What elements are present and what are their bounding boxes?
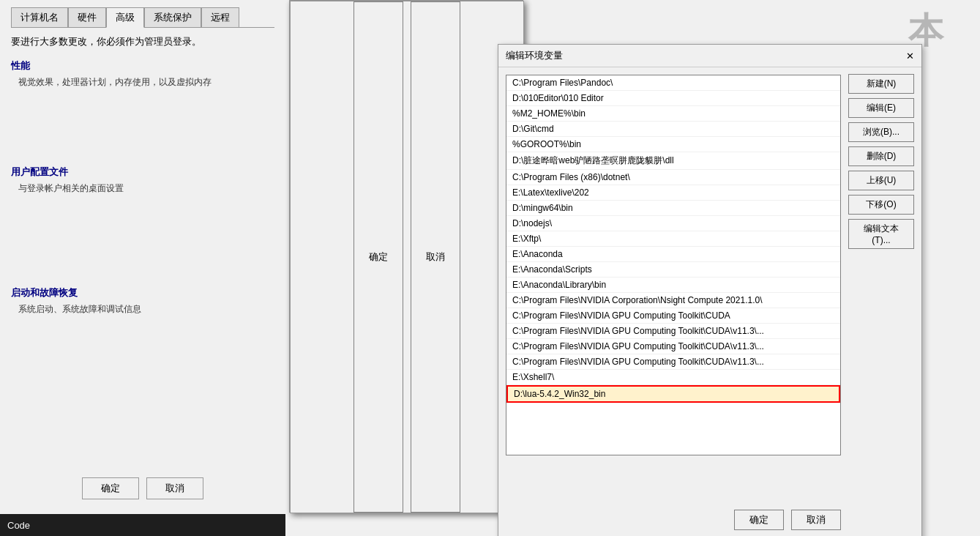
env-cancel-button[interactable]: 取消 [411, 1, 460, 513]
tab-computer-name[interactable]: 计算机名 [11, 7, 68, 27]
performance-title: 性能 [11, 59, 274, 72]
edit-dialog-action-btn[interactable]: 上移(U) [848, 171, 914, 190]
tab-system-protection[interactable]: 系统保护 [144, 7, 201, 27]
edit-dialog-action-btn[interactable]: 浏览(B)... [848, 122, 914, 142]
startup-title: 启动和故障恢复 [11, 286, 274, 299]
path-list-item[interactable]: C:\Program Files\NVIDIA GPU Computing To… [506, 324, 840, 339]
path-list-item[interactable]: C:\Program Files\NVIDIA GPU Computing To… [506, 308, 840, 324]
path-list-item[interactable]: C:\Program Files (x86)\dotnet\ [506, 170, 840, 185]
path-list-item[interactable]: E:\Xshell7\ [506, 370, 840, 385]
edit-dialog-action-btn[interactable]: 下移(O) [848, 195, 914, 215]
path-list-item[interactable]: E:\Xftp\ [506, 231, 840, 247]
path-list-item[interactable]: %M2_HOME%\bin [506, 106, 840, 122]
path-list-item[interactable]: %GOROOT%\bin [506, 137, 840, 152]
ok-button[interactable]: 确定 [82, 477, 139, 499]
performance-desc: 视觉效果，处理器计划，内存使用，以及虚拟内存 [18, 76, 274, 89]
edit-env-dialog: 编辑环境变量 ✕ C:\Program Files\Pandoc\D:\010E… [498, 44, 922, 536]
code-bar: Code [0, 514, 285, 536]
path-list-item[interactable]: E:\Anaconda [506, 247, 840, 262]
path-list-item[interactable]: D:\010Editor\010 Editor [506, 91, 840, 106]
path-list-item[interactable]: D:\Git\cmd [506, 122, 840, 137]
edit-dialog-title-label: 编辑环境变量 [506, 49, 563, 62]
system-properties-panel: 计算机名 硬件 高级 系统保护 远程 要进行大多数更改，你必须作为管理员登录。 … [0, 0, 285, 536]
path-list-item[interactable]: C:\Program Files\NVIDIA GPU Computing To… [506, 354, 840, 370]
edit-dialog-action-btn[interactable]: 删除(D) [848, 146, 914, 166]
code-label: Code [7, 520, 30, 531]
edit-dialog-action-btn[interactable]: 编辑文本(T)... [848, 219, 914, 249]
path-list-item[interactable]: D:\脏途晔暗web驴陋路垄暝胼鹿陇貘胼\dll [506, 152, 840, 170]
env-variables-dialog: 环境变量 ✕ thr 的用户变量(U) 变量 值 GRADLE_HOMEE:\G… [289, 0, 523, 513]
warning-text: 要进行大多数更改，你必须作为管理员登录。 [11, 35, 274, 48]
path-list-item[interactable]: D:\mingw64\bin [506, 201, 840, 216]
startup-desc: 系统启动、系统故障和调试信息 [18, 303, 274, 316]
tab-hardware[interactable]: 硬件 [68, 7, 106, 27]
edit-ok-button[interactable]: 确定 [734, 510, 784, 530]
nav-tabs: 计算机名 硬件 高级 系统保护 远程 [11, 7, 274, 28]
path-list: C:\Program Files\Pandoc\D:\010Editor\010… [506, 75, 840, 403]
right-buttons-group: 新建(N)编辑(E)浏览(B)...删除(D)上移(U)下移(O)编辑文本(T)… [848, 74, 914, 249]
path-list-item[interactable]: C:\Program Files\NVIDIA Corporation\Nsig… [506, 293, 840, 308]
env-ok-button[interactable]: 确定 [354, 1, 403, 513]
edit-cancel-button[interactable]: 取消 [791, 510, 841, 530]
path-list-item[interactable]: E:\Anaconda\Library\bin [506, 278, 840, 293]
path-list-item[interactable]: E:\Latex\texlive\202 [506, 185, 840, 201]
user-profile-desc: 与登录帐户相关的桌面设置 [18, 182, 274, 195]
edit-dialog-action-btn[interactable]: 编辑(E) [848, 98, 914, 118]
edit-dialog-action-btn[interactable]: 新建(N) [848, 74, 914, 94]
tab-remote[interactable]: 远程 [201, 7, 239, 27]
edit-dialog-title-bar: 编辑环境变量 ✕ [498, 45, 921, 67]
path-list-item[interactable]: D:\lua-5.4.2_Win32_bin [506, 385, 840, 403]
user-profile-title: 用户配置文件 [11, 165, 274, 179]
bottom-buttons: 确定 取消 [82, 477, 203, 499]
path-list-item[interactable]: D:\nodejs\ [506, 216, 840, 231]
path-list-item[interactable]: C:\Program Files\NVIDIA GPU Computing To… [506, 339, 840, 354]
path-list-container[interactable]: C:\Program Files\Pandoc\D:\010Editor\010… [506, 75, 841, 455]
tab-advanced[interactable]: 高级 [106, 7, 144, 28]
background-title: 本 [908, 7, 943, 54]
cancel-button[interactable]: 取消 [146, 477, 203, 499]
path-list-item[interactable]: C:\Program Files\Pandoc\ [506, 75, 840, 91]
path-list-item[interactable]: E:\Anaconda\Scripts [506, 262, 840, 278]
